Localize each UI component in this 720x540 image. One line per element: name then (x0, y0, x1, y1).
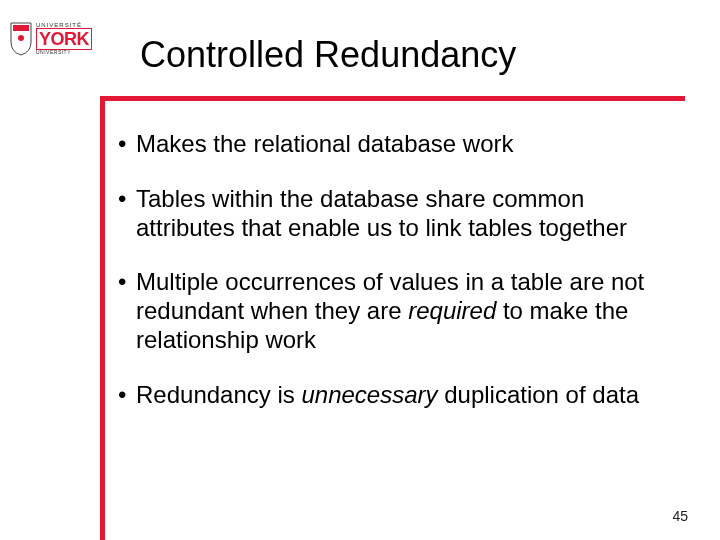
bullet-dot-icon: • (118, 381, 136, 410)
bullet-list: • Makes the relational database work • T… (118, 130, 673, 436)
logo-bottom-text: UNIVERSITY (36, 50, 92, 55)
bullet-item: • Tables within the database share commo… (118, 185, 673, 243)
crest-icon (10, 22, 32, 56)
bullet-item: • Makes the relational database work (118, 130, 673, 159)
bullet-text: Multiple occurrences of values in a tabl… (136, 268, 673, 354)
horizontal-divider (100, 96, 685, 101)
bullet-text: Redundancy is unnecessary duplication of… (136, 381, 673, 410)
logo-main-text: YORK (36, 28, 92, 50)
bullet-text: Tables within the database share common … (136, 185, 673, 243)
bullet-dot-icon: • (118, 268, 136, 297)
vertical-divider (100, 96, 105, 540)
svg-rect-0 (13, 25, 29, 31)
bullet-dot-icon: • (118, 130, 136, 159)
svg-point-1 (18, 35, 24, 41)
slide-title: Controlled Redundancy (140, 34, 516, 76)
bullet-dot-icon: • (118, 185, 136, 214)
bullet-item: • Redundancy is unnecessary duplication … (118, 381, 673, 410)
york-logo: UNIVERSITÉ YORK UNIVERSITY (10, 22, 100, 80)
bullet-item: • Multiple occurrences of values in a ta… (118, 268, 673, 354)
logo-text: UNIVERSITÉ YORK UNIVERSITY (36, 22, 92, 55)
bullet-text: Makes the relational database work (136, 130, 673, 159)
page-number: 45 (672, 508, 688, 524)
